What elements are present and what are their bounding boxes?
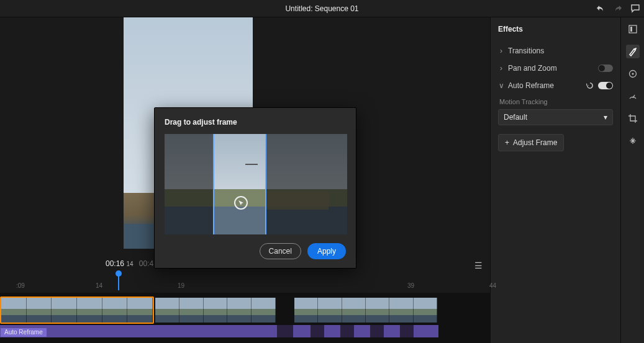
auto-reframe-toggle[interactable] [598, 82, 613, 89]
comments-icon[interactable] [630, 4, 640, 14]
cancel-button[interactable]: Cancel [260, 243, 301, 259]
undo-icon[interactable] [596, 4, 605, 14]
adjust-frame-dialog: Drag to adjust frame Cancel Apply [154, 107, 356, 269]
title-bar: Untitled: Sequence 01 [0, 0, 644, 17]
section-pan-and-zoom[interactable]: › Pan and Zoom [498, 60, 613, 77]
ruler-label: 39 [407, 282, 414, 289]
topbar-actions [596, 0, 640, 17]
auto-reframe-label: Auto Reframe [508, 81, 554, 90]
effect-clip-label[interactable]: Auto Reframe [0, 327, 47, 337]
chevron-right-icon: › [498, 47, 504, 55]
adjust-frame-button[interactable]: + Adjust Frame [498, 134, 564, 151]
section-transitions[interactable]: › Transitions [498, 42, 613, 60]
mask-left [165, 134, 213, 234]
dialog-title: Drag to adjust frame [165, 118, 346, 127]
document-title: Untitled: Sequence 01 [285, 4, 358, 13]
section-auto-reframe[interactable]: ∨ Auto Reframe [498, 77, 613, 94]
svg-rect-1 [630, 27, 632, 32]
timeline[interactable]: Auto Reframe [0, 293, 490, 343]
playhead[interactable] [118, 274, 119, 290]
track-gap [277, 325, 293, 337]
work-area: 00:16 14 00:42 07 ☰ :09 14 19 39 44 [0, 17, 490, 343]
ruler-label: :09 [16, 282, 25, 289]
speed-icon[interactable] [626, 89, 640, 103]
motion-tracking-label: Motion Tracking [499, 98, 613, 105]
right-rail [620, 17, 644, 343]
pan-zoom-toggle[interactable] [598, 65, 613, 72]
effects-icon[interactable] [626, 45, 640, 58]
svg-point-4 [632, 73, 633, 75]
clip[interactable] [154, 296, 277, 324]
cursor-icon [234, 196, 248, 210]
chevron-down-icon: ∨ [498, 81, 504, 90]
ruler-label: 19 [178, 282, 184, 289]
motion-tracking-value: Default [504, 113, 527, 122]
apply-button[interactable]: Apply [307, 243, 346, 259]
frame-adjust-canvas[interactable] [165, 134, 347, 234]
effects-panel: Effects › Transitions › Pan and Zoom ∨ A… [490, 17, 620, 343]
color-icon[interactable] [626, 67, 640, 81]
clip[interactable] [0, 296, 154, 324]
chevron-down-icon: ▾ [604, 113, 607, 122]
effects-track[interactable]: Auto Reframe [0, 325, 438, 337]
timeline-menu-icon[interactable]: ☰ [474, 261, 483, 270]
clip[interactable] [293, 296, 438, 324]
current-time: 00:16 [106, 259, 124, 268]
adjust-frame-label: Adjust Frame [513, 138, 557, 147]
ruler-label: 14 [96, 282, 102, 289]
track-gap [370, 325, 384, 337]
crop-frame-handle[interactable] [213, 134, 266, 234]
mask-right [266, 134, 347, 234]
ruler-label: 44 [489, 282, 496, 289]
svg-point-2 [635, 48, 637, 49]
track-gap [311, 325, 324, 337]
transitions-label: Transitions [508, 47, 544, 55]
templates-icon[interactable] [626, 22, 640, 36]
panel-title: Effects [498, 25, 613, 33]
transform-icon[interactable] [626, 134, 640, 148]
motion-tracking-select[interactable]: Default ▾ [498, 109, 613, 125]
current-frames: 14 [126, 261, 133, 267]
redo-icon [613, 4, 623, 14]
plus-icon: + [505, 138, 509, 147]
reset-icon[interactable] [586, 81, 594, 90]
svg-rect-0 [629, 25, 637, 33]
time-ruler[interactable]: :09 14 19 39 44 [0, 272, 490, 290]
track-gap [400, 325, 414, 337]
track-gap [340, 325, 354, 337]
main-area: 00:16 14 00:42 07 ☰ :09 14 19 39 44 [0, 17, 644, 343]
crop-icon[interactable] [626, 112, 640, 125]
pan-zoom-label: Pan and Zoom [508, 64, 557, 73]
chevron-right-icon: › [498, 64, 504, 73]
